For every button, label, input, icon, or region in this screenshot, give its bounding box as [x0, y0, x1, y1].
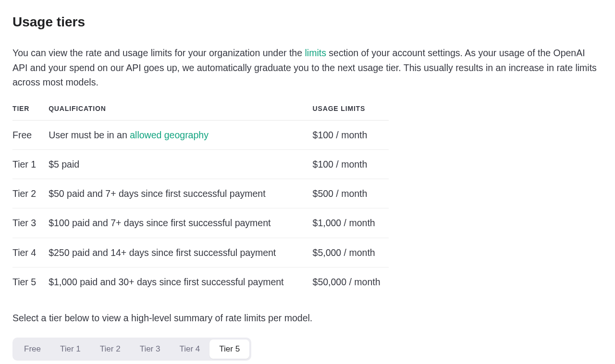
cell-qualification: $1,000 paid and 30+ days since first suc…: [49, 267, 312, 296]
cell-qualification: $5 paid: [49, 149, 312, 179]
usage-tiers-tbody: FreeUser must be in an allowed geography…: [12, 120, 389, 296]
tab-tier-2[interactable]: Tier 2: [90, 340, 130, 359]
tab-tier-4[interactable]: Tier 4: [170, 340, 209, 359]
col-header-usage-limits: USAGE LIMITS: [313, 104, 389, 120]
table-row: Tier 3$100 paid and 7+ days since first …: [12, 208, 389, 238]
qualification-text: $5 paid: [49, 159, 79, 170]
cell-tier: Tier 4: [12, 238, 49, 267]
cell-tier: Tier 1: [12, 149, 49, 179]
tier-tab-group: FreeTier 1Tier 2Tier 3Tier 4Tier 5: [12, 338, 251, 361]
table-row: Tier 5$1,000 paid and 30+ days since fir…: [12, 267, 389, 296]
table-row: FreeUser must be in an allowed geography…: [12, 120, 389, 149]
cell-usage-limits: $50,000 / month: [313, 267, 389, 296]
usage-tiers-table: TIER QUALIFICATION USAGE LIMITS FreeUser…: [12, 104, 389, 296]
qualification-text: $50 paid and 7+ days since first success…: [49, 188, 265, 199]
allowed-geography-link[interactable]: allowed geography: [130, 130, 209, 140]
tab-tier-1[interactable]: Tier 1: [50, 340, 90, 359]
qualification-text: $1,000 paid and 30+ days since first suc…: [49, 277, 283, 287]
cell-usage-limits: $100 / month: [313, 120, 389, 149]
tab-tier-5[interactable]: Tier 5: [209, 340, 249, 359]
cell-usage-limits: $500 / month: [313, 179, 389, 208]
page-heading: Usage tiers: [12, 12, 603, 32]
cell-qualification: $100 paid and 7+ days since first succes…: [49, 208, 312, 238]
qualification-text: $100 paid and 7+ days since first succes…: [49, 218, 271, 228]
intro-paragraph: You can view the rate and usage limits f…: [12, 46, 599, 89]
intro-text-pre: You can view the rate and usage limits f…: [12, 48, 305, 58]
cell-usage-limits: $1,000 / month: [313, 208, 389, 238]
col-header-qualification: QUALIFICATION: [49, 104, 312, 120]
table-row: Tier 2$50 paid and 7+ days since first s…: [12, 179, 389, 208]
cell-tier: Tier 3: [12, 208, 49, 238]
cell-tier: Tier 2: [12, 179, 49, 208]
tab-tier-3[interactable]: Tier 3: [130, 340, 170, 359]
col-header-tier: TIER: [12, 104, 49, 120]
select-tier-note: Select a tier below to view a high-level…: [12, 311, 603, 325]
table-row: Tier 1$5 paid$100 / month: [12, 149, 389, 179]
cell-usage-limits: $100 / month: [313, 149, 389, 179]
cell-qualification: $50 paid and 7+ days since first success…: [49, 179, 312, 208]
cell-qualification: $250 paid and 14+ days since first succe…: [49, 238, 312, 267]
tab-free[interactable]: Free: [14, 340, 50, 359]
cell-tier: Tier 5: [12, 267, 49, 296]
cell-tier: Free: [12, 120, 49, 149]
cell-usage-limits: $5,000 / month: [313, 238, 389, 267]
cell-qualification: User must be in an allowed geography: [49, 120, 312, 149]
limits-link[interactable]: limits: [305, 48, 326, 58]
qualification-text: User must be in an: [49, 130, 130, 140]
qualification-text: $250 paid and 14+ days since first succe…: [49, 247, 276, 258]
table-row: Tier 4$250 paid and 14+ days since first…: [12, 238, 389, 267]
